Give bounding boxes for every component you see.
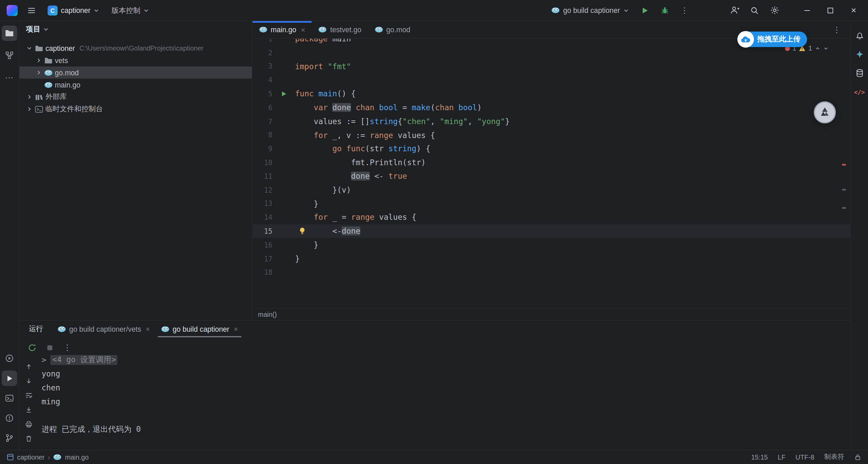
editor-tab-testvet.go[interactable]: testvet.go	[312, 21, 368, 38]
stop-button[interactable]	[45, 343, 55, 353]
run-tab-go build captioner[interactable]: go build captioner×	[155, 321, 243, 337]
fold-expand-icon[interactable]: >	[41, 355, 46, 364]
code-line[interactable]: 14 for _ = range values {	[252, 211, 850, 224]
git-tool-button[interactable]	[2, 430, 17, 446]
floating-widget-logo[interactable]	[814, 101, 836, 123]
status-project[interactable]: captioner	[17, 453, 45, 461]
more-actions-button[interactable]: ⋮	[676, 2, 693, 19]
lock-icon[interactable]	[854, 453, 861, 461]
tree-item-captioner[interactable]: captionerC:\Users\meowr\GolandProjects\c…	[19, 42, 252, 54]
intention-bulb-icon[interactable]	[299, 227, 306, 235]
tree-chevron-icon[interactable]	[25, 106, 34, 112]
upload-dropzone-button[interactable]: 拖拽至此上传	[737, 32, 807, 47]
scrollbar-mark[interactable]	[842, 189, 846, 191]
debug-button[interactable]	[656, 2, 673, 19]
editor-tab-go.mod[interactable]: go.mod	[368, 21, 417, 38]
main-menu-button[interactable]	[23, 2, 40, 19]
code-line[interactable]: 8 for _, v := range values {	[252, 128, 850, 142]
code-line[interactable]: 10 fmt.Println(str)	[252, 156, 850, 169]
console-line[interactable]	[41, 408, 844, 422]
more-tool-windows-button[interactable]: ⋯	[2, 70, 17, 85]
code-line[interactable]: 12 }(v)	[252, 183, 850, 197]
clear-console-button[interactable]	[24, 433, 34, 443]
scrollbar-error-mark[interactable]	[842, 164, 846, 166]
tree-item-外部库[interactable]: 外部库	[19, 91, 252, 103]
run-configuration-selector[interactable]: go build captioner	[547, 4, 633, 17]
code-line[interactable]: 2	[252, 46, 850, 59]
tree-chevron-icon[interactable]	[25, 45, 34, 51]
run-panel-title[interactable]: 运行	[19, 324, 52, 334]
console-line[interactable]: ming	[41, 394, 844, 408]
down-stack-trace-button[interactable]	[24, 376, 34, 386]
terminal-tool-button[interactable]	[2, 390, 17, 406]
console-line[interactable]: yong	[41, 367, 844, 381]
code-line[interactable]: 16 }	[252, 238, 850, 252]
console-line[interactable]: 进程 已完成，退出代码为 0	[41, 423, 844, 437]
tree-item-临时文件和控制台[interactable]: 临时文件和控制台	[19, 103, 252, 115]
window-maximize-button[interactable]	[821, 2, 841, 19]
chevron-down-icon[interactable]	[823, 46, 829, 51]
code-with-me-button[interactable]	[726, 2, 743, 19]
tab-options-button[interactable]: ⋮	[833, 21, 842, 39]
window-close-button[interactable]: ×	[844, 2, 864, 19]
status-breadcrumb[interactable]: captioner › main.go	[7, 453, 89, 461]
scrollbar-mark[interactable]	[842, 207, 846, 209]
editor-tab-main.go[interactable]: main.go×	[252, 21, 312, 38]
status-file[interactable]: main.go	[65, 453, 89, 461]
tree-chevron-icon[interactable]	[25, 94, 34, 100]
settings-button[interactable]	[766, 2, 783, 19]
project-widget[interactable]: C captioner	[43, 3, 104, 17]
window-minimize-button[interactable]	[797, 2, 817, 19]
folded-command-chip[interactable]: <4 go 设置调用>	[51, 355, 118, 365]
run-line-icon[interactable]	[281, 91, 287, 97]
soft-wrap-button[interactable]	[24, 390, 34, 400]
project-tool-button[interactable]	[2, 25, 17, 41]
close-tab-icon[interactable]: ×	[301, 25, 305, 34]
run-tool-button[interactable]	[2, 370, 17, 386]
tree-chevron-icon[interactable]	[34, 58, 43, 63]
indent-style[interactable]: 制表符	[824, 452, 844, 462]
console-output[interactable]: ><4 go 设置调用>yongchenming 进程 已完成，退出代码为 0	[41, 353, 844, 448]
tree-item-vets[interactable]: vets	[19, 54, 252, 66]
run-tab-go build captioner/vets[interactable]: go build captioner/vets×	[52, 321, 155, 337]
code-line[interactable]: 13 }	[252, 197, 850, 211]
console-line[interactable]: chen	[41, 381, 844, 394]
code-line[interactable]: 17}	[252, 252, 850, 265]
up-stack-trace-button[interactable]	[24, 362, 34, 371]
run-more-button[interactable]: ⋮	[62, 343, 72, 353]
code-line[interactable]: 3import "fmt"	[252, 60, 850, 73]
services-tool-button[interactable]	[2, 350, 17, 366]
database-tool-button[interactable]	[852, 65, 867, 81]
run-button[interactable]	[637, 2, 653, 19]
line-separator[interactable]: LF	[778, 453, 786, 461]
console-line[interactable]: ><4 go 设置调用>	[41, 353, 844, 367]
code-line[interactable]: 18	[252, 266, 850, 279]
vcs-widget[interactable]: 版本控制	[107, 3, 154, 17]
rerun-button[interactable]	[27, 343, 37, 353]
project-panel-header[interactable]: 项目	[19, 21, 252, 38]
caret-position[interactable]: 15:15	[751, 453, 768, 461]
tree-item-go.mod[interactable]: go.mod	[19, 66, 252, 79]
notifications-button[interactable]	[852, 28, 867, 43]
code-line[interactable]: 5func main() {	[252, 87, 850, 101]
problems-tool-button[interactable]	[2, 410, 17, 426]
tree-item-main.go[interactable]: main.go	[19, 79, 252, 91]
code-line[interactable]: 7 values := []string{"chen", "ming", "yo…	[252, 115, 850, 128]
chevron-up-icon[interactable]	[815, 46, 820, 51]
close-tab-icon[interactable]: ×	[146, 325, 150, 333]
search-everywhere-button[interactable]	[746, 2, 763, 19]
ai-assistant-button[interactable]	[852, 46, 867, 62]
code-line[interactable]: 11 done <- true	[252, 170, 850, 183]
code-line[interactable]: 9 go func(str string) {	[252, 142, 850, 156]
code-line[interactable]: 4	[252, 73, 850, 87]
code-editor[interactable]: 1package main23import "fmt"45func main()…	[252, 39, 850, 308]
file-encoding[interactable]: UTF-8	[795, 453, 814, 461]
code-line[interactable]: 6 var done chan bool = make(chan bool)	[252, 101, 850, 114]
print-button[interactable]	[24, 419, 34, 429]
code-line[interactable]: 15 <-done	[252, 224, 850, 238]
structure-tool-button[interactable]	[2, 47, 17, 63]
tree-chevron-icon[interactable]	[34, 70, 43, 75]
endpoints-tool-button[interactable]: </>	[852, 84, 867, 100]
close-tab-icon[interactable]: ×	[234, 325, 238, 333]
breadcrumb[interactable]: main()	[258, 310, 277, 318]
